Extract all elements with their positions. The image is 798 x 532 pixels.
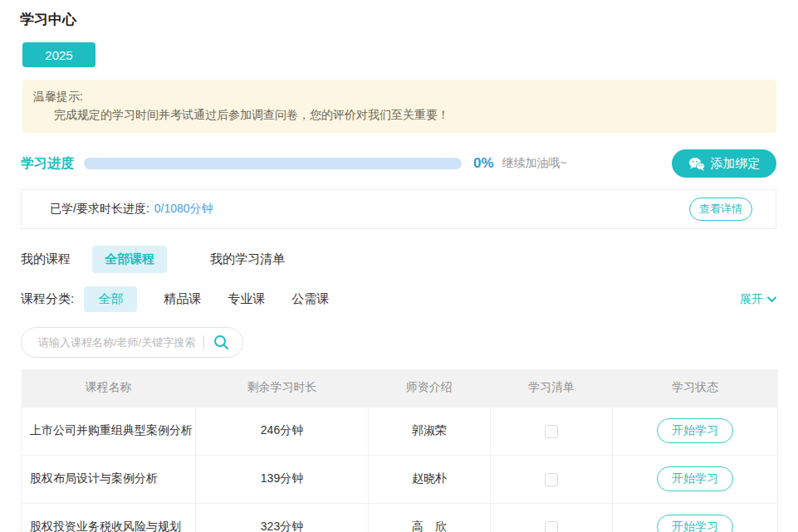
- table-row: 股权布局设计与案例分析 139分钟 赵晓朴 开始学习: [22, 455, 778, 503]
- search-divider: [203, 335, 204, 350]
- tab-my-study-list[interactable]: 我的学习清单: [210, 246, 285, 273]
- category-label: 课程分类:: [21, 291, 74, 307]
- course-duration: 246分钟: [196, 407, 369, 455]
- progress-bar: [84, 158, 462, 169]
- year-filter-button[interactable]: 2025: [22, 42, 95, 67]
- header-course-name: 课程名称: [22, 369, 196, 407]
- category-professional[interactable]: 专业课: [228, 291, 265, 307]
- start-study-button[interactable]: 开始学习: [657, 466, 733, 491]
- notice-banner: 温馨提示: 完成规定的学习时间并考试通过后参加调查问卷，您的评价对我们至关重要！: [22, 80, 776, 133]
- course-tabs: 我的课程 全部课程 我的学习清单: [21, 246, 798, 273]
- start-study-button[interactable]: 开始学习: [657, 515, 733, 532]
- add-binding-button[interactable]: 添加绑定: [672, 149, 776, 178]
- table-header-row: 课程名称 剩余学习时长 师资介绍 学习清单 学习状态: [22, 369, 778, 407]
- table-row: 上市公司并购重组典型案例分析 246分钟 郭淑荣 开始学习: [22, 407, 778, 455]
- duration-label: 已学/要求时长进度:: [50, 202, 149, 217]
- duration-value: 0/1080分钟: [154, 202, 213, 217]
- progress-label: 学习进度: [21, 155, 74, 173]
- progress-section: 学习进度 0% 继续加油哦~ 添加绑定: [21, 149, 776, 178]
- tab-my-courses[interactable]: 我的课程: [21, 246, 71, 273]
- header-study-status: 学习状态: [613, 369, 778, 407]
- header-study-list: 学习清单: [491, 369, 613, 407]
- view-details-button[interactable]: 查看详情: [689, 198, 752, 221]
- notice-title: 温馨提示:: [33, 87, 763, 105]
- expand-toggle[interactable]: 展开: [740, 292, 776, 307]
- wechat-icon: [688, 157, 705, 171]
- category-filter-row: 课程分类: 全部 精品课 专业课 公需课 展开: [21, 286, 776, 312]
- notice-body: 完成规定的学习时间并考试通过后参加调查问卷，您的评价对我们至关重要！: [33, 105, 763, 124]
- category-public[interactable]: 公需课: [291, 291, 329, 307]
- category-premium[interactable]: 精品课: [164, 291, 201, 307]
- expand-label: 展开: [740, 292, 763, 307]
- course-duration: 139分钟: [196, 455, 369, 503]
- course-table: 课程名称 剩余学习时长 师资介绍 学习清单 学习状态 上市公司并购重组典型案例分…: [21, 369, 778, 532]
- chevron-down-icon: [767, 296, 776, 303]
- study-list-checkbox[interactable]: [545, 425, 558, 438]
- duration-summary-box: 已学/要求时长进度: 0/1080分钟 查看详情: [21, 189, 776, 229]
- course-teacher: 郭淑荣: [369, 407, 491, 455]
- study-list-checkbox[interactable]: [545, 473, 558, 486]
- start-study-button[interactable]: 开始学习: [657, 418, 733, 443]
- course-teacher: 赵晓朴: [369, 455, 491, 503]
- header-remaining-duration: 剩余学习时长: [196, 369, 369, 407]
- tab-all-courses[interactable]: 全部课程: [92, 246, 167, 273]
- course-teacher: 高 欣: [369, 503, 491, 532]
- page-title: 学习中心: [20, 10, 798, 29]
- course-name: 股权投资业务税收风险与规划: [22, 503, 196, 532]
- add-binding-label: 添加绑定: [711, 156, 761, 172]
- study-list-checkbox[interactable]: [545, 521, 558, 532]
- category-all[interactable]: 全部: [84, 286, 137, 312]
- header-teacher: 师资介绍: [369, 369, 491, 407]
- progress-percent: 0%: [473, 155, 494, 172]
- search-icon[interactable]: [213, 334, 229, 350]
- table-row: 股权投资业务税收风险与规划 323分钟 高 欣 开始学习: [22, 503, 778, 532]
- search-input[interactable]: [38, 336, 200, 349]
- course-search: [21, 327, 243, 358]
- course-duration: 323分钟: [196, 503, 369, 532]
- progress-message: 继续加油哦~: [502, 156, 567, 171]
- course-name: 股权布局设计与案例分析: [22, 455, 196, 503]
- course-name: 上市公司并购重组典型案例分析: [22, 407, 196, 455]
